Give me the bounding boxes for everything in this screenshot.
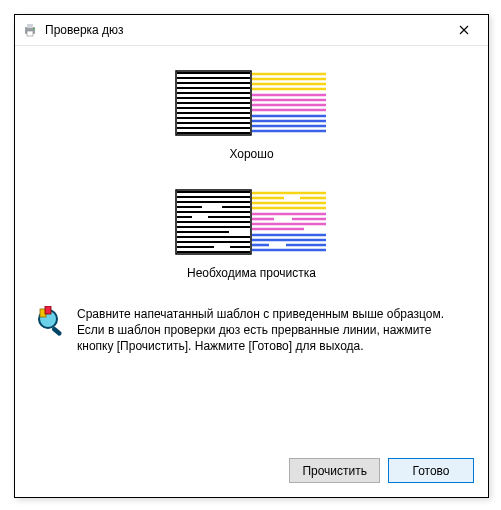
svg-rect-65 [45,306,51,314]
done-button[interactable]: Готово [388,458,474,483]
sample-bad [174,189,329,258]
svg-rect-2 [27,31,33,36]
app-icon [23,22,39,38]
svg-rect-1 [27,24,33,28]
svg-point-3 [33,28,35,30]
svg-rect-63 [51,326,62,337]
caption-good: Хорошо [229,147,273,161]
dialog-content: Хорошо [15,46,488,448]
nozzle-check-dialog: Проверка дюз [14,14,489,498]
close-button[interactable] [442,16,486,44]
info-text: Сравните напечатанный шаблон с приведенн… [77,306,468,355]
sample-good [174,70,329,139]
window-title: Проверка дюз [45,23,442,37]
info-row: Сравните напечатанный шаблон с приведенн… [35,306,468,355]
clean-button[interactable]: Прочистить [289,458,380,483]
button-row: Прочистить Готово [15,448,488,497]
magnifier-icon [35,306,67,338]
caption-bad: Необходима прочистка [187,266,316,280]
titlebar: Проверка дюз [15,15,488,46]
